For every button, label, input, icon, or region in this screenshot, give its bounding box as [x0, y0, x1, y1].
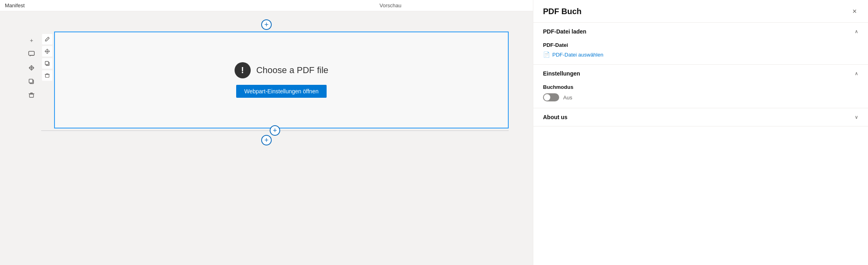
add-row-top: + — [24, 19, 509, 30]
app-title: Manifest — [5, 2, 25, 8]
add-row-bottom-button[interactable]: + — [261, 135, 272, 145]
svg-rect-3 — [29, 94, 34, 97]
pdf-alert-icon: ! — [235, 62, 251, 78]
pdf-datei-label: PDF-Datei — [543, 42, 858, 48]
pdf-select-link-text: PDF-Datei auswählen — [552, 52, 603, 58]
settings-section-header[interactable]: Einstellungen ∧ — [533, 65, 868, 82]
left-toolbar: + — [24, 32, 39, 132]
settings-section-title: Einstellungen — [543, 70, 580, 77]
delete-icon[interactable] — [26, 90, 37, 101]
about-section-header[interactable]: About us ∨ — [533, 108, 868, 126]
svg-rect-6 — [46, 75, 49, 78]
duplicate-icon[interactable] — [26, 76, 37, 87]
add-column-icon[interactable]: + — [26, 35, 37, 46]
copy-webpart-icon[interactable] — [42, 58, 52, 69]
panel-header: PDF Buch × — [533, 0, 868, 23]
add-section-bottom-button[interactable]: + — [270, 125, 280, 136]
right-panel: PDF Buch × PDF-Datei laden ∧ PDF-Datei 📄… — [533, 0, 868, 265]
open-settings-button[interactable]: Webpart-Einstellungen öffnen — [236, 85, 327, 98]
about-chevron-icon: ∨ — [855, 114, 858, 120]
settings-chevron-icon: ∧ — [855, 71, 858, 76]
vorschau-label: Vorschau — [379, 2, 401, 8]
load-pdf-chevron-icon: ∧ — [855, 29, 858, 34]
row-container: + — [24, 32, 509, 132]
svg-rect-0 — [29, 51, 34, 55]
panel-title: PDF Buch — [543, 7, 582, 16]
about-section: About us ∨ — [533, 108, 868, 126]
delete-webpart-icon[interactable] — [42, 70, 52, 81]
load-pdf-section: PDF-Datei laden ∧ PDF-Datei 📄 PDF-Datei … — [533, 23, 868, 65]
svg-rect-2 — [29, 79, 33, 83]
canvas-area: + + — [0, 11, 533, 265]
edit-webpart-icon[interactable] — [42, 34, 52, 44]
toggle-row: Aus — [543, 93, 858, 101]
pdf-webpart: ! Choose a PDF file Webpart-Einstellunge… — [54, 32, 509, 128]
pdf-select-link[interactable]: 📄 PDF-Datei auswählen — [543, 51, 858, 58]
settings-section-content: Buchmodus Aus — [533, 82, 868, 108]
load-pdf-section-content: PDF-Datei 📄 PDF-Datei auswählen — [533, 40, 868, 64]
webpart-bottom-divider: + — [41, 129, 509, 132]
pdf-icon-row: ! Choose a PDF file — [235, 62, 329, 78]
add-row-bottom: + — [24, 135, 509, 145]
load-pdf-section-header[interactable]: PDF-Datei laden ∧ — [533, 23, 868, 40]
buchmodus-toggle[interactable] — [543, 93, 559, 101]
buchmodus-label: Buchmodus — [543, 84, 858, 90]
pdf-content: ! Choose a PDF file Webpart-Einstellunge… — [235, 62, 329, 98]
webpart-inner-toolbar — [40, 32, 54, 83]
add-section-top-button[interactable]: + — [261, 19, 272, 30]
comment-icon[interactable] — [26, 48, 37, 60]
svg-rect-5 — [45, 61, 48, 65]
toggle-off-label: Aus — [563, 95, 572, 101]
move-webpart-icon[interactable] — [42, 46, 52, 57]
webpart-block: ! Choose a PDF file Webpart-Einstellunge… — [41, 32, 509, 132]
load-pdf-section-title: PDF-Datei laden — [543, 28, 586, 35]
about-section-title: About us — [543, 114, 568, 120]
pdf-choose-text: Choose a PDF file — [256, 65, 329, 76]
move-icon[interactable] — [26, 62, 37, 74]
pdf-file-icon: 📄 — [543, 51, 550, 58]
panel-close-button[interactable]: × — [851, 6, 858, 17]
settings-section: Einstellungen ∧ Buchmodus Aus — [533, 65, 868, 108]
toggle-knob — [544, 94, 550, 101]
